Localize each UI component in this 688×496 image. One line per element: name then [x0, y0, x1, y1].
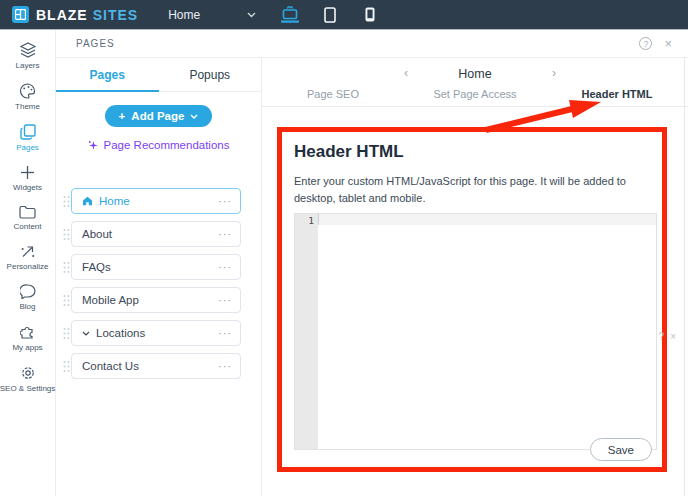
chevron-down-icon — [82, 331, 90, 336]
page-recommendations-link[interactable]: Page Recommendations — [56, 139, 261, 151]
page-row-locations: Locations ··· — [61, 320, 241, 346]
sidebar-item-blog[interactable]: Blog — [0, 278, 55, 318]
drag-handle-icon[interactable] — [61, 228, 71, 241]
sidebar-item-label: My apps — [12, 343, 42, 352]
page-name: About — [82, 228, 212, 240]
drag-handle-icon[interactable] — [61, 360, 71, 373]
sidebar-item-label: Pages — [16, 143, 39, 152]
html-code-editor[interactable]: 1 — [294, 213, 657, 450]
page-name: Contact Us — [82, 360, 212, 372]
page-options-icon[interactable]: ··· — [218, 228, 232, 240]
page-list: Home ··· About ··· — [56, 188, 261, 379]
page-options-icon[interactable]: ··· — [218, 327, 232, 339]
add-page-button[interactable]: + Add Page — [105, 105, 213, 127]
page-row-contact-us: Contact Us ··· — [61, 353, 241, 379]
puzzle-icon — [20, 324, 36, 340]
pages-icon — [20, 124, 36, 140]
page-settings-tabs: Page SEO Set Page Access Header HTML — [262, 88, 688, 107]
page-options-icon[interactable]: ··· — [218, 195, 232, 207]
folder-icon — [19, 205, 36, 219]
sidebar-item-label: Blog — [19, 302, 35, 311]
logo: BLAZESITES — [12, 6, 138, 23]
sidebar-item-label: Theme — [15, 102, 40, 111]
save-button[interactable]: Save — [590, 438, 652, 461]
sidebar-item-personalize[interactable]: Personalize — [0, 238, 55, 278]
page-item-mobile-app[interactable]: Mobile App ··· — [71, 287, 241, 313]
page-name: Locations — [96, 327, 212, 339]
page-selector-dropdown[interactable]: Home — [168, 8, 256, 22]
page-item-about[interactable]: About ··· — [71, 221, 241, 247]
drag-handle-icon[interactable] — [61, 327, 71, 340]
close-icon[interactable]: × — [670, 331, 676, 342]
sidebar-item-theme[interactable]: Theme — [0, 77, 55, 118]
drag-handle-icon[interactable] — [61, 294, 71, 307]
help-icon[interactable]: ? — [659, 331, 665, 342]
active-line-highlight — [318, 214, 656, 225]
page-item-locations[interactable]: Locations ··· — [71, 320, 241, 346]
drag-handle-icon[interactable] — [61, 261, 71, 274]
tab-popups[interactable]: Popups — [159, 58, 262, 91]
next-page-icon[interactable]: › — [552, 66, 556, 80]
page-item-home[interactable]: Home ··· — [71, 188, 241, 214]
tab-header-html[interactable]: Header HTML — [546, 88, 688, 106]
current-page-title: Home — [262, 67, 688, 81]
panel-edge-divider — [684, 58, 685, 496]
sidebar-item-pages[interactable]: Pages — [0, 118, 55, 159]
plus-icon — [20, 165, 35, 180]
code-input-area[interactable] — [318, 214, 656, 449]
sidebar-item-layers[interactable]: Layers — [0, 36, 55, 77]
section-title: Header HTML — [294, 142, 650, 162]
chevron-down-icon — [247, 12, 256, 18]
page-row-faqs: FAQs ··· — [61, 254, 241, 280]
personalize-arrow-icon — [20, 244, 36, 259]
brand-primary: BLAZE — [36, 7, 88, 23]
page-item-faqs[interactable]: FAQs ··· — [71, 254, 241, 280]
device-preview-switcher — [278, 3, 382, 27]
mobile-preview-icon[interactable] — [358, 3, 382, 27]
pages-panel: Pages Popups + Add Page — [56, 58, 262, 496]
sidebar-item-label: Widgets — [13, 183, 42, 192]
sparkle-icon — [88, 140, 99, 151]
tooltip-controls: ? × — [659, 331, 676, 342]
line-number: 1 — [308, 215, 314, 226]
tab-page-seo[interactable]: Page SEO — [262, 88, 404, 106]
page-options-icon[interactable]: ··· — [218, 261, 232, 273]
tab-set-page-access[interactable]: Set Page Access — [404, 88, 546, 106]
site-builder-app: BLAZESITES Home — [0, 0, 688, 496]
drag-handle-icon[interactable] — [61, 195, 71, 208]
page-settings-panel: ‹ Home › Page SEO Set Page Access Header… — [262, 58, 688, 496]
pages-panel-header: PAGES ? × — [56, 30, 688, 58]
sidebar-item-widgets[interactable]: Widgets — [0, 159, 55, 199]
page-options-icon[interactable]: ··· — [218, 360, 232, 372]
sidebar-item-label: Content — [13, 222, 41, 231]
sidebar-item-content[interactable]: Content — [0, 199, 55, 238]
topbar: BLAZESITES Home — [0, 0, 688, 30]
sidebar: Layers Theme Pages — [0, 30, 56, 496]
desktop-preview-icon[interactable] — [278, 3, 302, 27]
palette-icon — [19, 83, 36, 99]
plus-glyph: + — [119, 110, 126, 122]
line-number-gutter: 1 — [295, 214, 318, 449]
page-name: FAQs — [82, 261, 212, 273]
brand-logo-icon — [12, 6, 29, 23]
chevron-down-icon — [190, 114, 198, 119]
help-icon[interactable]: ? — [639, 37, 652, 50]
sidebar-item-my-apps[interactable]: My apps — [0, 318, 55, 359]
add-page-label: Add Page — [131, 110, 184, 122]
close-icon[interactable]: × — [664, 37, 672, 50]
section-description: Enter your custom HTML/JavaScript for th… — [294, 173, 666, 206]
page-row-home: Home ··· — [61, 188, 241, 214]
page-item-contact-us[interactable]: Contact Us ··· — [71, 353, 241, 379]
tablet-preview-icon[interactable] — [318, 3, 342, 27]
gear-icon — [20, 365, 36, 381]
page-row-mobile-app: Mobile App ··· — [61, 287, 241, 313]
page-recommendations-label: Page Recommendations — [104, 139, 230, 151]
sidebar-item-seo-settings[interactable]: SEO & Settings — [0, 359, 55, 400]
pages-popups-tabs: Pages Popups — [56, 58, 261, 92]
tab-pages[interactable]: Pages — [56, 58, 159, 91]
annotation-highlight-box: Header HTML Enter your custom HTML/JavaS… — [277, 127, 667, 472]
panel-title: PAGES — [76, 38, 115, 49]
brand-name: BLAZESITES — [36, 7, 138, 23]
page-options-icon[interactable]: ··· — [218, 294, 232, 306]
sidebar-item-label: SEO & Settings — [0, 384, 55, 393]
